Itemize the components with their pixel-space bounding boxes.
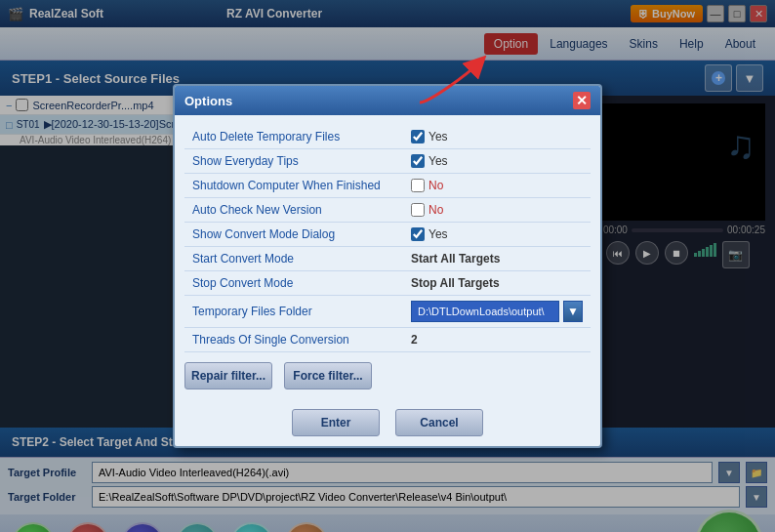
- repair-filter-button[interactable]: Repair filter...: [184, 362, 272, 389]
- option-row-everyday-tips: Show Everyday Tips Yes: [184, 149, 591, 174]
- option-label-temp-folder: Temporary Files Folder: [184, 296, 403, 328]
- option-label-everyday-tips: Show Everyday Tips: [184, 149, 403, 174]
- option-check-convert-dialog[interactable]: [411, 227, 425, 241]
- option-label-stop-convert: Stop Convert Mode: [184, 271, 403, 296]
- option-row-shutdown: Shutdown Computer When Finished No: [184, 174, 591, 198]
- option-value-auto-check: No: [428, 203, 443, 217]
- option-value-stop-convert: Stop All Targets: [411, 276, 500, 290]
- option-label-start-convert: Start Convert Mode: [184, 247, 403, 271]
- option-row-start-convert: Start Convert Mode Start All Targets: [184, 247, 591, 271]
- option-row-temp-folder: Temporary Files Folder ▼: [184, 296, 591, 328]
- temp-folder-input[interactable]: [411, 301, 559, 322]
- option-label-auto-delete: Auto Delete Temporary Files: [184, 125, 403, 149]
- option-label-convert-dialog: Show Convert Mode Dialog: [184, 223, 403, 247]
- option-check-shutdown[interactable]: [411, 179, 425, 192]
- option-value-start-convert: Start All Targets: [411, 252, 500, 266]
- option-row-auto-delete: Auto Delete Temporary Files Yes: [184, 125, 591, 149]
- modal-title: Options: [184, 94, 232, 108]
- option-value-auto-delete: Yes: [428, 130, 448, 143]
- enter-button[interactable]: Enter: [292, 409, 380, 436]
- modal-body: Auto Delete Temporary Files Yes Show Eve…: [175, 115, 600, 399]
- option-value-everyday-tips: Yes: [428, 154, 448, 168]
- modal-close-button[interactable]: ✕: [573, 92, 591, 109]
- option-value-threads: 2: [411, 333, 418, 347]
- option-row-threads: Threads Of Single Conversion 2: [184, 328, 591, 352]
- option-label-shutdown: Shutdown Computer When Finished: [184, 174, 403, 198]
- force-filter-button[interactable]: Force filter...: [284, 362, 372, 389]
- option-label-auto-check: Auto Check New Version: [184, 198, 403, 223]
- options-modal: Options ✕ Auto Delete Temporary Files Ye…: [173, 84, 602, 448]
- option-row-convert-dialog: Show Convert Mode Dialog Yes: [184, 223, 591, 247]
- option-value-shutdown: No: [428, 179, 443, 192]
- modal-overlay: Options ✕ Auto Delete Temporary Files Ye…: [0, 0, 775, 532]
- modal-footer: Enter Cancel: [175, 399, 600, 446]
- option-label-threads: Threads Of Single Conversion: [184, 328, 403, 352]
- option-row-auto-check: Auto Check New Version No: [184, 198, 591, 223]
- modal-title-bar: Options ✕: [175, 86, 600, 115]
- option-check-everyday-tips[interactable]: [411, 154, 425, 168]
- option-row-stop-convert: Stop Convert Mode Stop All Targets: [184, 271, 591, 296]
- cancel-button[interactable]: Cancel: [395, 409, 483, 436]
- temp-folder-browse-button[interactable]: ▼: [563, 301, 583, 322]
- option-check-auto-delete[interactable]: [411, 130, 425, 143]
- option-value-convert-dialog: Yes: [428, 227, 448, 241]
- options-table: Auto Delete Temporary Files Yes Show Eve…: [184, 125, 591, 352]
- option-check-auto-check[interactable]: [411, 203, 425, 217]
- filter-buttons: Repair filter... Force filter...: [184, 362, 591, 389]
